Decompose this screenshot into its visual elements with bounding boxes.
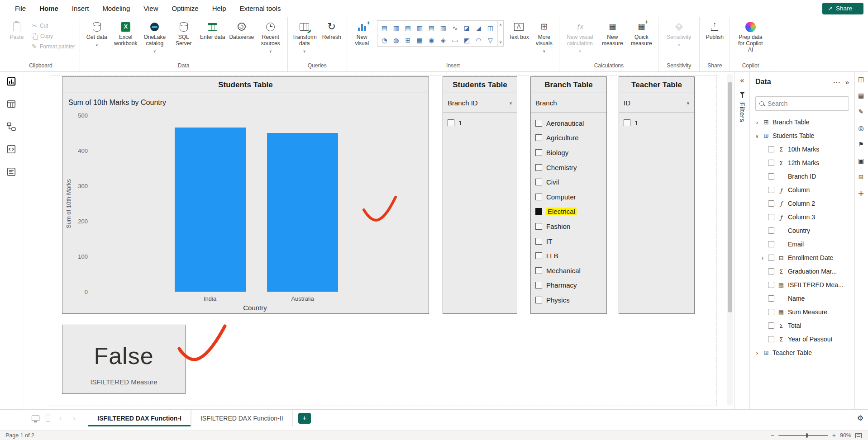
table-view-button[interactable] — [5, 98, 18, 110]
visual-type-icon[interactable] — [379, 22, 390, 34]
visual-type-icon[interactable] — [438, 22, 449, 34]
zoom-out-button[interactable]: − — [771, 432, 774, 439]
chevron-icon[interactable] — [754, 350, 760, 356]
field-row[interactable]: Branch Table — [750, 115, 854, 129]
checkbox[interactable] — [535, 297, 542, 303]
bookmark-icon[interactable] — [856, 138, 867, 151]
new-measure-button[interactable]: New measure — [598, 20, 626, 47]
isfiltered-card-visual[interactable]: False ISFILTERED Measure — [62, 325, 186, 394]
field-checkbox[interactable] — [768, 241, 774, 247]
expand-panel-icon[interactable]: « — [740, 76, 744, 85]
visual-type-icon[interactable] — [402, 22, 414, 34]
scrollbar-thumb[interactable] — [728, 82, 732, 312]
field-checkbox[interactable] — [768, 214, 774, 220]
paste-button[interactable]: Paste — [5, 20, 29, 41]
menu-item[interactable]: Optimize — [165, 0, 205, 17]
bar[interactable] — [267, 133, 338, 292]
checkbox[interactable] — [535, 267, 542, 274]
recent-sources-button[interactable]: Recent sources ∨ — [257, 20, 285, 53]
previous-page-icon[interactable]: ‹ — [57, 415, 64, 422]
new-visual-button[interactable]: New visual — [350, 20, 374, 47]
selection-icon[interactable] — [856, 154, 867, 167]
field-row[interactable]: Column — [750, 183, 854, 197]
enter-data-button[interactable]: Enter data — [199, 20, 227, 41]
field-row[interactable]: Graduation Mar... — [750, 265, 854, 278]
students-table-slicer[interactable]: Students Table Branch ID ∨ 1 — [443, 76, 517, 314]
sql-server-button[interactable]: SQL Server — [170, 20, 198, 47]
field-checkbox[interactable] — [768, 309, 774, 315]
sensitivity-button[interactable]: Sensitivity ∨ — [661, 20, 696, 47]
teacher-table-slicer[interactable]: Teacher Table ID ∨ 1 — [619, 76, 695, 314]
menu-item[interactable]: Help — [205, 0, 233, 17]
checkbox[interactable] — [535, 134, 542, 141]
dataverse-button[interactable]: Dataverse — [228, 20, 256, 41]
visual-type-icon[interactable] — [414, 22, 425, 34]
report-view-button[interactable] — [5, 75, 18, 88]
data-fields-icon[interactable] — [856, 89, 867, 102]
filter-funnel-icon[interactable] — [739, 92, 745, 95]
field-checkbox[interactable] — [768, 282, 774, 288]
menu-item[interactable]: Home — [33, 0, 65, 17]
menu-item[interactable]: Insert — [65, 0, 96, 17]
visual-type-icon[interactable] — [485, 34, 496, 46]
quick-measure-button[interactable]: Quick measure — [627, 20, 655, 47]
search-box[interactable] — [755, 96, 849, 111]
analytics-icon[interactable] — [856, 122, 867, 134]
copy-button[interactable]: Copy — [30, 32, 77, 41]
add-visual-icon[interactable] — [856, 187, 867, 199]
checkbox[interactable] — [535, 164, 542, 171]
visual-type-icon[interactable] — [391, 34, 402, 46]
field-checkbox[interactable] — [768, 200, 774, 207]
chevron-down-icon[interactable]: ∨ — [687, 100, 690, 105]
field-checkbox[interactable] — [768, 173, 774, 180]
bar[interactable] — [175, 128, 246, 292]
field-row[interactable]: Column 2 — [750, 197, 854, 210]
field-row[interactable]: Country — [750, 224, 854, 237]
field-row[interactable]: Branch ID — [750, 170, 854, 183]
excel-workbook-button[interactable]: Excel workbook — [112, 20, 140, 47]
visual-type-icon[interactable] — [473, 22, 484, 34]
field-row[interactable]: Sum Measure — [750, 305, 854, 319]
chevron-down-icon[interactable]: ∨ — [509, 100, 512, 105]
visual-type-icon[interactable] — [379, 34, 390, 46]
field-checkbox[interactable] — [768, 146, 774, 152]
visual-type-icon[interactable] — [461, 22, 472, 34]
mobile-layout-icon[interactable] — [46, 415, 50, 421]
field-row[interactable]: Year of Passout — [750, 332, 854, 346]
scroll-up-icon[interactable]: ∧ — [499, 23, 502, 27]
visual-type-icon[interactable] — [426, 34, 437, 46]
dax-query-view-button[interactable] — [5, 143, 18, 156]
get-data-button[interactable]: Get data ∨ — [83, 20, 111, 47]
visual-type-icon[interactable] — [449, 22, 461, 34]
menu-item[interactable]: Modeling — [95, 0, 137, 17]
chevron-icon[interactable] — [754, 119, 760, 126]
chevron-icon[interactable] — [760, 255, 765, 261]
fit-to-page-icon[interactable] — [855, 433, 862, 438]
field-row[interactable]: Enrollment Date — [750, 251, 854, 265]
cut-button[interactable]: Cut — [30, 21, 77, 30]
slicer-item[interactable]: Pharmacy — [535, 278, 602, 293]
field-row[interactable]: 12th Marks — [750, 156, 854, 170]
chevron-icon[interactable] — [754, 132, 760, 139]
transform-data-button[interactable]: Transform data ∨ — [291, 20, 319, 53]
menu-item[interactable]: External tools — [233, 0, 288, 17]
zoom-slider[interactable] — [778, 435, 828, 436]
slicer-item[interactable]: Civil — [535, 175, 602, 189]
checkbox[interactable] — [624, 119, 630, 126]
bar-chart-visual[interactable]: Students Table Sum of 10th Marks by Coun… — [62, 76, 429, 314]
slicer-item[interactable]: Physics — [535, 293, 602, 308]
branch-table-slicer[interactable]: Branch Table Branch Aeronautical Ag — [530, 76, 607, 314]
field-checkbox[interactable] — [768, 255, 774, 261]
visual-type-icon[interactable] — [426, 22, 437, 34]
field-checkbox[interactable] — [768, 268, 774, 274]
slicer-item[interactable]: IT — [535, 234, 602, 249]
field-row[interactable]: Column 3 — [750, 210, 854, 224]
canvas-scrollbar[interactable] — [727, 74, 733, 406]
field-checkbox[interactable] — [768, 227, 774, 234]
slicer-item[interactable]: 1 — [624, 116, 690, 129]
checkbox[interactable] — [535, 194, 542, 200]
field-row[interactable]: Total — [750, 319, 854, 332]
checkbox[interactable] — [535, 252, 542, 259]
field-checkbox[interactable] — [768, 336, 774, 342]
format-brush-icon[interactable] — [856, 105, 867, 118]
